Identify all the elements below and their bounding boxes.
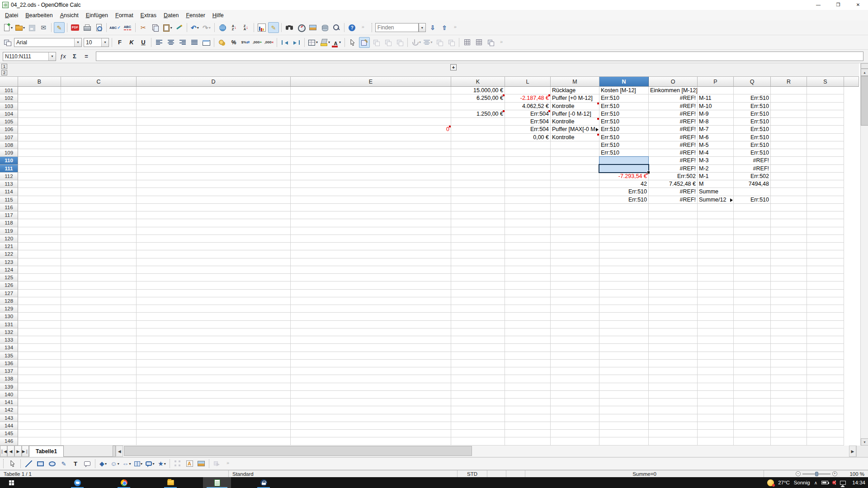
cell-R118[interactable]: [771, 219, 807, 227]
align-left-button[interactable]: [154, 37, 165, 48]
cell-L139[interactable]: [505, 383, 551, 391]
cell-E146[interactable]: [291, 437, 451, 445]
cell-R143[interactable]: [771, 414, 807, 422]
cell-C132[interactable]: [61, 328, 137, 336]
scroll-up-button[interactable]: ▲: [861, 69, 868, 76]
cell-B123[interactable]: [18, 258, 61, 266]
cell-L124[interactable]: [505, 266, 551, 274]
cell-M124[interactable]: [551, 266, 599, 274]
cell-O112[interactable]: Err:502: [649, 173, 698, 180]
menu-hilfe[interactable]: Hilfe: [209, 11, 227, 20]
cell-K142[interactable]: [451, 406, 505, 414]
cell-Q126[interactable]: [734, 282, 771, 289]
cell-P124[interactable]: [698, 266, 734, 274]
cell-S122[interactable]: [807, 250, 844, 258]
row-header-145[interactable]: 145: [0, 430, 18, 437]
cell-O145[interactable]: [649, 430, 698, 437]
cell-O140[interactable]: [649, 391, 698, 399]
cell-S139[interactable]: [807, 383, 844, 391]
cell-R146[interactable]: [771, 437, 807, 445]
cell-Q136[interactable]: [734, 360, 771, 367]
cell-M123[interactable]: [551, 258, 599, 266]
cell-L102[interactable]: -2.187,48 €: [505, 94, 551, 102]
page-preview-button[interactable]: [93, 22, 104, 33]
cell-R139[interactable]: [771, 383, 807, 391]
cell-N110[interactable]: [599, 157, 649, 164]
cell-P118[interactable]: [698, 219, 734, 227]
cell-K134[interactable]: [451, 344, 505, 352]
cell-K110[interactable]: [451, 157, 505, 164]
cell-N143[interactable]: [599, 414, 649, 422]
cell-L104[interactable]: Err:504: [505, 110, 551, 118]
cell-L127[interactable]: [505, 290, 551, 297]
cell-Q116[interactable]: [734, 204, 771, 211]
cell-M137[interactable]: [551, 367, 599, 375]
cell-P129[interactable]: [698, 305, 734, 313]
cell-M108[interactable]: [551, 141, 599, 149]
cell-S110[interactable]: [807, 157, 844, 164]
row-header-115[interactable]: 115: [0, 196, 18, 204]
cell-N145[interactable]: [599, 430, 649, 437]
cell-R114[interactable]: [771, 188, 807, 196]
cell-E128[interactable]: [291, 297, 451, 305]
cell-C143[interactable]: [61, 414, 137, 422]
zoom-slider[interactable]: [802, 474, 830, 474]
cell-S136[interactable]: [807, 360, 844, 367]
cell-K145[interactable]: [451, 430, 505, 437]
bring-to-front-button[interactable]: [434, 37, 445, 48]
cell-K109[interactable]: [451, 149, 505, 157]
cell-Q102[interactable]: Err:510: [734, 94, 771, 102]
cell-Q131[interactable]: [734, 321, 771, 328]
sort-descending-button[interactable]: ZA↓: [241, 22, 251, 33]
cell-R133[interactable]: [771, 336, 807, 344]
cell-K122[interactable]: [451, 250, 505, 258]
cell-P103[interactable]: M-10: [698, 103, 734, 110]
print-button[interactable]: [81, 22, 92, 33]
cell-R126[interactable]: [771, 282, 807, 289]
menu-einfugen[interactable]: Einfügen: [82, 11, 112, 20]
row-header-132[interactable]: 132: [0, 328, 18, 336]
cell-L134[interactable]: [505, 344, 551, 352]
cell-E129[interactable]: [291, 305, 451, 313]
cell-P101[interactable]: [698, 87, 734, 94]
cell-R122[interactable]: [771, 250, 807, 258]
borders-button[interactable]: ▾: [307, 37, 318, 48]
cell-N138[interactable]: [599, 375, 649, 383]
cell-Q115[interactable]: Err:510: [734, 196, 771, 204]
cell-M103[interactable]: Kontrolle: [551, 103, 599, 110]
cell-E115[interactable]: [291, 196, 451, 204]
row-header-137[interactable]: 137: [0, 367, 18, 375]
cell-E143[interactable]: [291, 414, 451, 422]
cell-O134[interactable]: [649, 344, 698, 352]
cell-K112[interactable]: [451, 173, 505, 180]
cell-D142[interactable]: [137, 406, 291, 414]
cell-P105[interactable]: M-8: [698, 118, 734, 126]
cell-N126[interactable]: [599, 282, 649, 289]
row-header-122[interactable]: 122: [0, 250, 18, 258]
cell-L144[interactable]: [505, 422, 551, 430]
cell-Q123[interactable]: [734, 258, 771, 266]
cell-P138[interactable]: [698, 375, 734, 383]
cell-L111[interactable]: [505, 165, 551, 173]
cell-P126[interactable]: [698, 282, 734, 289]
cell-D111[interactable]: [137, 165, 291, 173]
row-header-106[interactable]: 106: [0, 126, 18, 133]
cell-Q125[interactable]: [734, 274, 771, 282]
cell-L110[interactable]: [505, 157, 551, 164]
cell-N112[interactable]: -7.293,54 €: [599, 173, 649, 180]
cell-M115[interactable]: [551, 196, 599, 204]
cell-D133[interactable]: [137, 336, 291, 344]
cell-Q121[interactable]: [734, 243, 771, 250]
redo-button[interactable]: ↷▾: [201, 22, 212, 33]
cell-E139[interactable]: [291, 383, 451, 391]
find-input[interactable]: [375, 23, 419, 32]
previous-sheet-button[interactable]: ◀: [7, 446, 14, 457]
cell-Q133[interactable]: [734, 336, 771, 344]
font-color-button[interactable]: A▾: [331, 37, 342, 48]
cell-L116[interactable]: [505, 204, 551, 211]
cell-O138[interactable]: [649, 375, 698, 383]
vertical-split-handle[interactable]: [861, 63, 868, 69]
cell-P114[interactable]: Summe: [698, 188, 734, 196]
cell-C125[interactable]: [61, 274, 137, 282]
cell-B103[interactable]: [18, 103, 61, 110]
